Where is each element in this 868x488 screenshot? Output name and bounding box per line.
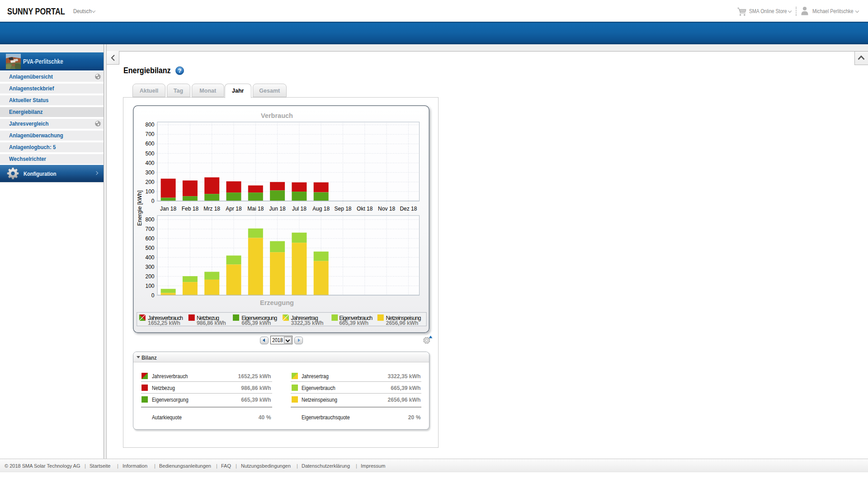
svg-text:Jul 18: Jul 18 [292,206,307,212]
svg-text:Nov 18: Nov 18 [378,206,395,212]
svg-text:Verbrauch: Verbrauch [261,112,293,119]
svg-text:Sep 18: Sep 18 [334,206,351,212]
svg-text:100: 100 [145,188,154,194]
svg-text:Apr 18: Apr 18 [226,206,242,212]
svg-text:Okt 18: Okt 18 [357,206,373,212]
svg-text:Mrz 18: Mrz 18 [203,206,220,212]
svg-text:600: 600 [145,141,154,147]
svg-text:0: 0 [151,292,155,298]
svg-text:Jun 18: Jun 18 [269,206,286,212]
svg-text:Mai 18: Mai 18 [247,206,264,212]
svg-text:300: 300 [145,169,154,175]
svg-text:800: 800 [145,122,154,128]
svg-text:986,86 kWh: 986,86 kWh [197,320,226,326]
svg-text:Jan 18: Jan 18 [160,206,176,212]
svg-text:400: 400 [145,160,154,166]
svg-text:500: 500 [145,244,154,251]
svg-text:3322,35 kWh: 3322,35 kWh [291,320,324,326]
svg-text:0: 0 [151,198,155,204]
svg-text:400: 400 [145,254,154,260]
svg-text:Dez 18: Dez 18 [400,206,417,212]
svg-text:200: 200 [145,273,154,279]
svg-text:800: 800 [145,216,154,222]
svg-text:200: 200 [145,178,154,185]
svg-text:Energie [kWh]: Energie [kWh] [137,190,143,226]
svg-text:665,39 kWh: 665,39 kWh [339,320,368,326]
svg-text:600: 600 [145,235,154,241]
svg-text:2656,96 kWh: 2656,96 kWh [386,320,419,326]
svg-text:300: 300 [145,263,154,270]
svg-text:500: 500 [145,150,154,156]
svg-text:Aug 18: Aug 18 [312,206,330,212]
svg-text:665,39 kWh: 665,39 kWh [241,320,271,326]
svg-text:700: 700 [145,225,154,232]
svg-text:100: 100 [145,282,154,289]
svg-text:Feb 18: Feb 18 [182,206,199,212]
svg-text:Erzeugung: Erzeugung [260,299,294,306]
svg-text:700: 700 [145,131,154,137]
svg-text:1652,25 kWh: 1652,25 kWh [148,320,180,326]
